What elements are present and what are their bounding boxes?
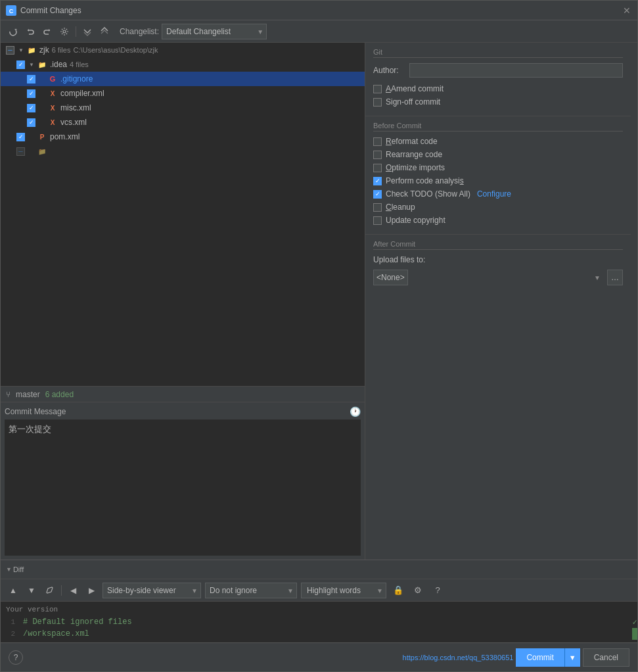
optimize-imports-row: Optimize imports xyxy=(373,163,623,172)
right-panel: Git Author: AAmend commit Sign-off commi… xyxy=(365,43,631,560)
right-panel-scrollbar[interactable] xyxy=(631,43,637,560)
tree-item-idea[interactable]: ✓ ▼ 📁 .idea 4 files xyxy=(1,57,365,72)
svg-marker-4 xyxy=(49,29,50,32)
folder-icon-more: 📁 xyxy=(37,146,47,156)
ignore-dropdown[interactable]: Do not ignore Ignore whitespace xyxy=(210,586,285,595)
expand-all-button[interactable] xyxy=(80,24,95,39)
cancel-button[interactable]: Cancel xyxy=(583,648,629,667)
tree-item-vcs-xml[interactable]: ✓ X vcs.xml xyxy=(1,115,365,130)
tree-item-pom-xml[interactable]: ✓ P pom.xml xyxy=(1,130,365,144)
line-num-1: 1 xyxy=(1,618,20,626)
upload-label-row: Upload files to: xyxy=(373,255,623,264)
your-version-label: Your version xyxy=(1,604,637,616)
perform-code-analysis-checkbox[interactable]: ✓ xyxy=(373,177,382,185)
rearrange-code-label: Rearrange code xyxy=(386,150,442,159)
diff-up-button[interactable]: ▲ xyxy=(6,583,20,598)
tree-item-compiler-xml[interactable]: ✓ X compiler.xml xyxy=(1,86,365,101)
reformat-code-checkbox[interactable] xyxy=(373,137,382,146)
close-button[interactable]: ✕ xyxy=(622,5,632,16)
redo-button[interactable] xyxy=(40,24,55,39)
help-icon-button[interactable]: ? xyxy=(430,583,445,598)
collapse-all-button[interactable] xyxy=(97,24,112,39)
highlight-label: Highlight words xyxy=(304,586,371,595)
svg-marker-3 xyxy=(28,29,29,32)
diff-toggle[interactable]: ▼ Diff xyxy=(6,565,24,573)
label-gitignore: .gitignore xyxy=(60,74,93,84)
diff-down-button[interactable]: ▼ xyxy=(24,583,39,598)
settings-button[interactable] xyxy=(57,24,72,39)
svg-text:C: C xyxy=(9,8,14,14)
checkbox-compiler-xml[interactable]: ✓ xyxy=(27,89,35,98)
viewer-dropdown-wrapper[interactable]: Side-by-side viewer Unified viewer ▼ xyxy=(103,583,201,598)
checkbox-zjk[interactable]: ─ xyxy=(6,46,14,55)
expand-pom-spacer xyxy=(28,133,35,141)
checkbox-more[interactable]: ─ xyxy=(16,147,25,156)
tree-item-zjk[interactable]: ─ ▼ 📁 zjk 6 files C:\Users\asus\Desktop\… xyxy=(1,43,365,57)
before-commit-section: Before Commit Reformat code Rearrange co… xyxy=(365,116,631,234)
label-idea: .idea xyxy=(50,60,67,69)
commit-button[interactable]: Commit xyxy=(516,648,564,667)
highlight-dropdown-wrapper[interactable]: Highlight words ▼ xyxy=(301,583,386,598)
commit-message-header: Commit Message 🕐 xyxy=(5,406,361,417)
checkbox-vcs-xml[interactable]: ✓ xyxy=(27,118,35,127)
label-pom-xml: pom.xml xyxy=(50,132,80,141)
diff-forward-button[interactable]: ▶ xyxy=(84,583,99,598)
checkbox-idea[interactable]: ✓ xyxy=(16,60,25,69)
count-idea: 4 files xyxy=(70,60,89,68)
tree-item-gitignore[interactable]: ✓ G .gitignore xyxy=(1,72,365,86)
left-panel: ─ ▼ 📁 zjk 6 files C:\Users\asus\Desktop\… xyxy=(1,43,365,560)
signoff-commit-label: Sign-off commit xyxy=(386,97,440,107)
tree-item-more[interactable]: ─ 📁 xyxy=(1,144,365,158)
rearrange-code-checkbox[interactable] xyxy=(373,151,382,159)
author-input[interactable] xyxy=(409,63,623,78)
expand-idea[interactable]: ▼ xyxy=(28,60,35,68)
diff-triangle: ▼ xyxy=(6,566,12,573)
changelist-dropdown[interactable]: Default Changelist ▼ xyxy=(162,24,267,39)
signoff-commit-checkbox[interactable] xyxy=(373,98,382,107)
refresh-button[interactable] xyxy=(6,24,20,39)
amend-commit-label: AAmend commit xyxy=(386,84,444,93)
amend-commit-checkbox[interactable] xyxy=(373,85,382,93)
label-zjk: zjk xyxy=(39,45,49,55)
commit-dropdown-button[interactable]: ▼ xyxy=(564,648,580,667)
undo-button[interactable] xyxy=(23,24,37,39)
count-zjk: 6 files xyxy=(52,46,71,54)
app-icon: C xyxy=(6,5,16,16)
commit-textarea[interactable]: 第一次提交 xyxy=(5,420,361,556)
viewer-dropdown[interactable]: Side-by-side viewer Unified viewer xyxy=(107,586,189,595)
help-button[interactable]: ? xyxy=(9,650,23,665)
reformat-code-label: Reformat code xyxy=(386,137,438,146)
diff-edit-button[interactable] xyxy=(43,583,57,598)
cleanup-checkbox[interactable] xyxy=(373,203,382,212)
optimize-imports-label: Optimize imports xyxy=(386,163,445,172)
perform-code-analysis-label: Perform code analysis xyxy=(386,176,464,185)
diff-line-1: 1 # Default ignored files ✓ xyxy=(1,616,637,628)
expand-zjk[interactable]: ▼ xyxy=(17,46,25,54)
checkbox-pom-xml[interactable]: ✓ xyxy=(16,133,25,141)
diff-line-2: 2 /workspace.xml xyxy=(1,628,637,640)
update-copyright-label: Update copyright xyxy=(386,216,445,225)
lock-icon-button[interactable]: 🔒 xyxy=(390,583,406,598)
url-text[interactable]: https://blog.csdn.net/qq_53380651 xyxy=(403,654,514,661)
gear-icon-button[interactable]: ⚙ xyxy=(410,583,426,598)
svg-point-5 xyxy=(63,30,66,33)
upload-select[interactable]: <None> xyxy=(373,270,408,285)
update-copyright-checkbox[interactable] xyxy=(373,216,382,225)
configure-link[interactable]: Configure xyxy=(477,189,511,199)
checkbox-gitignore[interactable]: ✓ xyxy=(27,75,35,84)
cleanup-label: Cleanup xyxy=(386,203,415,212)
title-bar: C Commit Changes ✕ xyxy=(1,1,637,20)
optimize-imports-checkbox[interactable] xyxy=(373,164,382,172)
check-todo-checkbox[interactable]: ✓ xyxy=(373,190,382,199)
clock-icon[interactable]: 🕐 xyxy=(350,406,361,417)
line-content-1: # Default ignored files xyxy=(20,617,632,627)
checkbox-misc-xml[interactable]: ✓ xyxy=(27,104,35,112)
tree-item-misc-xml[interactable]: ✓ X misc.xml xyxy=(1,101,365,115)
ignore-dropdown-wrapper[interactable]: Do not ignore Ignore whitespace ▼ xyxy=(205,583,297,598)
file-tree[interactable]: ─ ▼ 📁 zjk 6 files C:\Users\asus\Desktop\… xyxy=(1,43,365,386)
changelist-select[interactable]: Default Changelist xyxy=(166,27,253,36)
upload-label: Upload files to: xyxy=(373,255,425,264)
check-todo-label: Check TODO (Show All) xyxy=(386,189,470,199)
diff-back-button[interactable]: ◀ xyxy=(66,583,80,598)
upload-settings-button[interactable]: … xyxy=(607,270,623,285)
